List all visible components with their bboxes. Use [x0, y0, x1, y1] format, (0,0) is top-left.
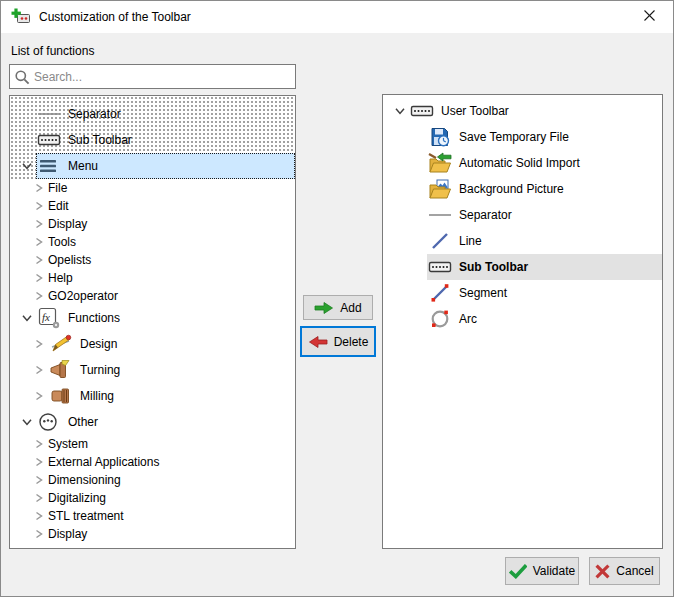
tree-item[interactable]: Tools: [48, 233, 295, 251]
tree-row[interactable]: Display: [10, 215, 295, 233]
tree-item[interactable]: STL treatment: [48, 507, 295, 525]
tree-item[interactable]: Digitalizing: [48, 489, 295, 507]
turning-icon: [48, 359, 74, 381]
chevron-right-icon[interactable]: [30, 215, 48, 233]
tree-row[interactable]: Separator: [10, 101, 295, 127]
tree-row[interactable]: Save Temporary File: [383, 124, 662, 150]
chevron-right-icon[interactable]: [30, 269, 48, 287]
tree-row[interactable]: Turning: [10, 357, 295, 383]
tree-row[interactable]: Menu: [10, 153, 295, 179]
tree-item[interactable]: GO2operator: [48, 287, 295, 305]
tree-row[interactable]: Display: [10, 525, 295, 543]
tree-row[interactable]: fxFunctions: [10, 305, 295, 331]
tree-row[interactable]: Background Picture: [383, 176, 662, 202]
chevron-down-icon[interactable]: [18, 305, 36, 331]
tree-item[interactable]: Segment: [427, 280, 662, 306]
tree-item[interactable]: Edit: [48, 197, 295, 215]
tree-item[interactable]: Arc: [427, 306, 662, 332]
tree-row[interactable]: Line: [383, 228, 662, 254]
tree-item[interactable]: Design: [48, 331, 295, 357]
tree-item[interactable]: Dimensioning: [48, 471, 295, 489]
chevron-right-icon[interactable]: [30, 435, 48, 453]
arc-icon: [427, 308, 453, 330]
tree-row[interactable]: Milling: [10, 383, 295, 409]
delete-button[interactable]: Delete: [300, 326, 376, 357]
tree-item[interactable]: Help: [48, 269, 295, 287]
tree-row[interactable]: Opelists: [10, 251, 295, 269]
other-icon: [36, 411, 62, 433]
chevron-right-icon[interactable]: [30, 507, 48, 525]
tree-row[interactable]: System: [10, 435, 295, 453]
tree-item[interactable]: Background Picture: [427, 176, 662, 202]
tree-row[interactable]: Sub Toolbar: [10, 127, 295, 153]
tree-row[interactable]: Design: [10, 331, 295, 357]
close-button[interactable]: [631, 3, 667, 31]
chevron-right-icon[interactable]: [30, 331, 48, 357]
window-title: Customization of the Toolbar: [39, 10, 191, 24]
separator-icon: [36, 104, 62, 124]
chevron-right-icon[interactable]: [30, 357, 48, 383]
tree-item[interactable]: Other: [36, 409, 295, 435]
search-input[interactable]: [34, 70, 295, 84]
tree-row[interactable]: STL treatment: [10, 507, 295, 525]
tree-item[interactable]: External Applications: [48, 453, 295, 471]
tree-row[interactable]: Sub Toolbar: [383, 254, 662, 280]
tree-item[interactable]: Turning: [48, 357, 295, 383]
tree-item[interactable]: Display: [48, 525, 295, 543]
tree-row[interactable]: Help: [10, 269, 295, 287]
tree-item[interactable]: Separator: [36, 101, 295, 127]
tree-item[interactable]: Menu: [36, 153, 295, 179]
tree-item[interactable]: System: [48, 435, 295, 453]
tree-item[interactable]: Opelists: [48, 251, 295, 269]
tree-row[interactable]: Edit: [10, 197, 295, 215]
chevron-right-icon[interactable]: [30, 489, 48, 507]
chevron-right-icon[interactable]: [30, 233, 48, 251]
svg-text:fx: fx: [42, 311, 50, 323]
chevron-right-icon[interactable]: [30, 471, 48, 489]
tree-item[interactable]: Automatic Solid Import: [427, 150, 662, 176]
tree-row[interactable]: Automatic Solid Import: [383, 150, 662, 176]
tree-row[interactable]: External Applications: [10, 453, 295, 471]
tree-item[interactable]: Sub Toolbar: [427, 254, 662, 280]
tree-row[interactable]: Digitalizing: [10, 489, 295, 507]
user-toolbar-tree-list[interactable]: User ToolbarSave Temporary FileAutomatic…: [382, 94, 663, 549]
tree-item[interactable]: File: [48, 179, 295, 197]
tree-item-label: Arc: [459, 312, 477, 326]
tree-item[interactable]: Display: [48, 215, 295, 233]
tree-row[interactable]: User Toolbar: [383, 98, 662, 124]
chevron-down-icon[interactable]: [18, 153, 36, 179]
tree-item[interactable]: Line: [427, 228, 662, 254]
cancel-button[interactable]: Cancel: [589, 557, 660, 585]
tree-item[interactable]: Sub Toolbar: [36, 127, 295, 153]
tree-row[interactable]: Dimensioning: [10, 471, 295, 489]
chevron-right-icon[interactable]: [30, 453, 48, 471]
validate-button[interactable]: Validate: [505, 557, 579, 585]
chevron-down-icon[interactable]: [18, 409, 36, 435]
tree-row[interactable]: GO2operator: [10, 287, 295, 305]
tree-item-label: Turning: [80, 363, 120, 377]
tree-item[interactable]: Save Temporary File: [427, 124, 662, 150]
tree-row[interactable]: Separator: [383, 202, 662, 228]
tree-row[interactable]: Other: [10, 409, 295, 435]
add-button[interactable]: Add: [303, 295, 373, 320]
dialog-window: Customization of the Toolbar List of fun…: [0, 0, 674, 597]
tree-item[interactable]: Separator: [427, 202, 662, 228]
tree-row[interactable]: Arc: [383, 306, 662, 332]
chevron-down-icon[interactable]: [391, 98, 409, 124]
chevron-right-icon[interactable]: [30, 197, 48, 215]
segment-icon: [427, 282, 453, 304]
chevron-right-icon[interactable]: [30, 179, 48, 197]
design-icon: [48, 333, 74, 355]
chevron-right-icon[interactable]: [30, 525, 48, 543]
tree-row[interactable]: Tools: [10, 233, 295, 251]
tree-row[interactable]: File: [10, 179, 295, 197]
chevron-right-icon[interactable]: [30, 287, 48, 305]
chevron-right-icon[interactable]: [30, 251, 48, 269]
tree-item[interactable]: User Toolbar: [409, 98, 662, 124]
tree-row[interactable]: Segment: [383, 280, 662, 306]
chevron-right-icon[interactable]: [30, 383, 48, 409]
tree-item-label: Opelists: [48, 253, 91, 267]
tree-item[interactable]: fxFunctions: [36, 305, 295, 331]
tree-item[interactable]: Milling: [48, 383, 295, 409]
functions-tree-list[interactable]: SeparatorSub ToolbarMenuFileEditDisplayT…: [9, 95, 296, 549]
